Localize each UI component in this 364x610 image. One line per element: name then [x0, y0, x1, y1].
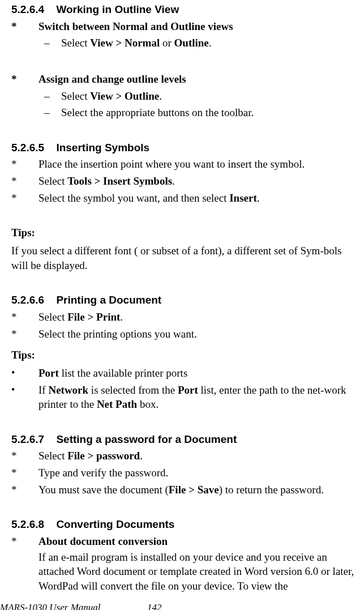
- section-title: Inserting Symbols: [56, 142, 149, 153]
- bold-text: Net Path: [97, 398, 137, 410]
- list-item: * You must save the document (File > Sav…: [11, 483, 356, 497]
- list-item: * Type and verify the password.: [11, 466, 356, 480]
- bullet-text: Port list the available printer ports: [38, 366, 356, 381]
- text: ) to return the password.: [219, 484, 324, 496]
- bold-text: Network: [48, 384, 88, 396]
- text: Select: [38, 450, 67, 462]
- list-item: * Select File > Print.: [11, 310, 356, 325]
- list-item: * Place the insertion point where you wa…: [11, 157, 356, 172]
- sub-list-item: – Select View > Outline.: [44, 89, 356, 104]
- bullet-item: • Port list the available printer ports: [11, 366, 356, 381]
- text: .: [159, 90, 162, 102]
- section-title: Converting Documents: [56, 518, 174, 530]
- star-bullet: *: [11, 157, 38, 172]
- section-number: 5.2.6.6: [11, 293, 44, 308]
- section-number: 5.2.6.8: [11, 517, 44, 532]
- star-bullet: *: [11, 466, 38, 480]
- text: .: [257, 192, 260, 204]
- text: Select: [38, 175, 67, 187]
- text: or: [160, 37, 174, 49]
- bold-text: Port: [38, 367, 59, 379]
- section-heading-5265: 5.2.6.5 Inserting Symbols: [11, 140, 356, 155]
- list-item: * Select the symbol you want, and then s…: [11, 191, 356, 206]
- text: is selected from the: [88, 384, 178, 396]
- bold-text: View > Outline: [90, 90, 159, 102]
- text: .: [140, 450, 143, 462]
- bold-text: About document conversion: [38, 535, 168, 547]
- list-item: * Assign and change outline levels: [11, 72, 356, 87]
- sub-list-text: Select View > Normal or Outline.: [61, 36, 356, 50]
- section-heading-5267: 5.2.6.7 Setting a password for a Documen…: [11, 432, 356, 447]
- star-bullet: *: [11, 310, 38, 325]
- tips-text: If you select a different font ( or subs…: [11, 244, 356, 272]
- bullet-icon: •: [11, 383, 38, 412]
- star-bullet: *: [11, 483, 38, 497]
- sub-list-text: Select the appropriate buttons on the to…: [61, 105, 356, 120]
- list-text: Select the printing options you want.: [38, 327, 356, 342]
- tips-heading: Tips:: [11, 225, 356, 240]
- list-text: Type and verify the password.: [38, 466, 356, 480]
- text: .: [120, 311, 123, 323]
- bold-text: Tools > Insert Symbols: [67, 175, 172, 187]
- dash-bullet: –: [44, 36, 61, 50]
- bold-text: Outline: [174, 37, 209, 49]
- list-text: About document conversion: [38, 534, 356, 549]
- bold-text: Port: [178, 384, 198, 396]
- bold-text: Insert: [229, 192, 257, 204]
- list-item: * Select File > password.: [11, 449, 356, 463]
- list-text: Select Tools > Insert Symbols.: [38, 174, 356, 189]
- list-text: You must save the document (File > Save)…: [38, 483, 356, 497]
- tips-heading: Tips:: [11, 348, 356, 362]
- list-item: * Select the printing options you want.: [11, 327, 356, 342]
- list-text: Assign and change outline levels: [38, 72, 356, 87]
- bold-text: View > Normal: [90, 37, 160, 49]
- star-bullet: *: [11, 534, 38, 549]
- section-title: Working in Outline View: [56, 3, 179, 15]
- dash-bullet: –: [44, 105, 61, 120]
- section-title: Printing a Document: [56, 294, 161, 306]
- list-text: Select the symbol you want, and then sel…: [38, 191, 356, 206]
- text: You must save the document (: [38, 484, 169, 496]
- bold-text: File > Save: [169, 484, 219, 496]
- section-heading-5264: 5.2.6.4 Working in Outline View: [11, 2, 356, 17]
- bold-text: File > Print: [67, 311, 120, 323]
- section-heading-5268: 5.2.6.8 Converting Documents: [11, 517, 356, 532]
- star-bullet: *: [11, 19, 38, 34]
- text: box.: [137, 398, 159, 410]
- list-item: * Select Tools > Insert Symbols.: [11, 174, 356, 189]
- star-bullet: *: [11, 174, 38, 189]
- sub-list-item: – Select the appropriate buttons on the …: [44, 105, 356, 120]
- star-bullet: *: [11, 191, 38, 206]
- text: list the available printer ports: [59, 367, 187, 379]
- bullet-item: • If Network is selected from the Port l…: [11, 383, 356, 412]
- sub-list-item: – Select View > Normal or Outline.: [44, 36, 356, 50]
- section-number: 5.2.6.4: [11, 2, 44, 17]
- text: .: [172, 175, 175, 187]
- bullet-icon: •: [11, 366, 38, 381]
- section-number: 5.2.6.7: [11, 432, 44, 447]
- bullet-text: If Network is selected from the Port lis…: [38, 383, 356, 412]
- section-title: Setting a password for a Document: [56, 433, 237, 445]
- text: Select: [61, 37, 90, 49]
- footer-title: MARS-1030 User Manual: [0, 602, 147, 610]
- section-heading-5266: 5.2.6.6 Printing a Document: [11, 293, 356, 308]
- list-item: * Switch between Normal and Outline view…: [11, 19, 356, 34]
- text: Select the symbol you want, and then sel…: [38, 192, 229, 204]
- star-bullet: *: [11, 72, 38, 87]
- list-text: Select File > Print.: [38, 310, 356, 325]
- list-text: Select File > password.: [38, 449, 356, 463]
- page-footer: MARS-1030 User Manual 142: [0, 602, 364, 610]
- sub-list-text: Select View > Outline.: [61, 89, 356, 104]
- list-text: Switch between Normal and Outline views: [38, 19, 356, 34]
- bold-text: File > password: [67, 450, 140, 462]
- list-item: * About document conversion: [11, 534, 356, 549]
- text: If: [38, 384, 48, 396]
- text: Select: [61, 90, 90, 102]
- dash-bullet: –: [44, 89, 61, 104]
- text: .: [209, 37, 212, 49]
- star-bullet: *: [11, 327, 38, 342]
- paragraph-text: If an e-mail program is installed on you…: [38, 550, 356, 594]
- list-text: Place the insertion point where you want…: [38, 157, 356, 172]
- star-bullet: *: [11, 449, 38, 463]
- text: Select: [38, 311, 67, 323]
